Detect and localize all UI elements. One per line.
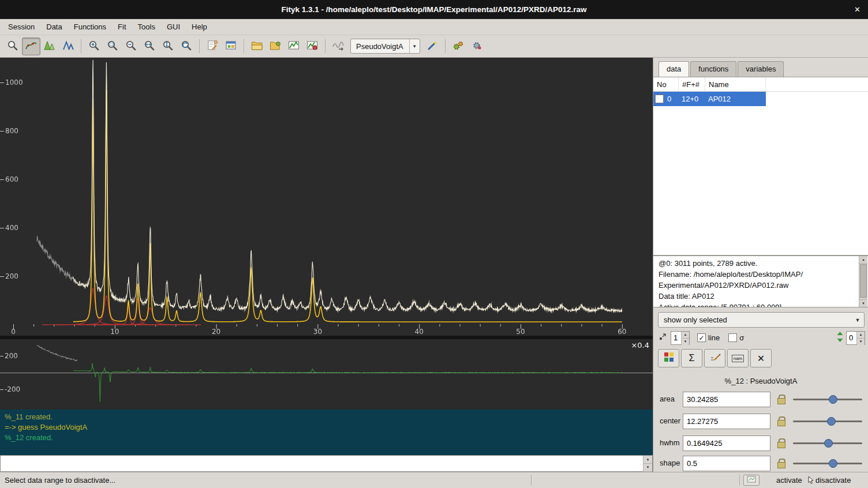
menu-functions[interactable]: Functions	[68, 20, 112, 34]
main-plot-canvas[interactable]	[0, 58, 653, 336]
lock-icon[interactable]	[777, 395, 785, 403]
spin-up-icon[interactable]: ▲	[643, 456, 652, 464]
rename-function-button[interactable]: nam	[727, 349, 749, 367]
param-area-slider[interactable]	[793, 395, 862, 404]
check-icon: ✓	[698, 334, 704, 342]
info-line: Data title: AP012	[659, 291, 856, 302]
edit-script-button[interactable]	[203, 37, 222, 55]
menu-help[interactable]: Help	[186, 20, 213, 34]
toolbar-separator	[244, 39, 244, 53]
tab-functions[interactable]: functions	[690, 61, 736, 77]
param-slider-thumb-1[interactable]	[827, 417, 836, 426]
param-slider-thumb-0[interactable]	[829, 395, 837, 404]
auto-add-peak-button[interactable]	[423, 37, 442, 55]
zoom-horizontal-button[interactable]	[140, 37, 159, 55]
script-page-icon	[206, 39, 219, 54]
spinner-arrows[interactable]: ▲▼	[681, 332, 689, 344]
add-peak-mode-button[interactable]	[40, 37, 59, 55]
filter-dropdown[interactable]: show only selected ▼	[658, 312, 865, 328]
zoom-rect-button[interactable]	[103, 37, 122, 55]
param-center-slider[interactable]	[793, 416, 862, 426]
sigma-checkbox-label: σ	[739, 333, 744, 342]
spin-up-icon[interactable]: ▲	[857, 332, 865, 339]
fit-undo-button[interactable]	[467, 37, 486, 55]
menu-tools[interactable]: Tools	[132, 20, 161, 34]
column-header-name[interactable]: Name	[705, 77, 766, 91]
gui-config-button[interactable]	[222, 37, 240, 55]
tab-variables[interactable]: variables	[738, 61, 784, 77]
column-header-fcount[interactable]: #F+#	[679, 77, 705, 91]
menu-fit[interactable]: Fit	[112, 20, 132, 34]
export-image-button[interactable]	[303, 37, 321, 55]
point-size-value[interactable]	[671, 332, 681, 344]
execute-script-button[interactable]	[266, 37, 285, 55]
command-history-spinner[interactable]: ▲ ▼	[643, 456, 652, 471]
param-slider-thumb-2[interactable]	[824, 439, 833, 448]
shift-spinner[interactable]: ▲▼	[846, 331, 865, 345]
column-header-no[interactable]: No	[653, 77, 679, 91]
menu-data[interactable]: Data	[40, 20, 68, 34]
line-checkbox[interactable]: ✓	[697, 333, 706, 342]
color-grid-icon	[664, 352, 674, 365]
lock-icon[interactable]	[777, 416, 785, 425]
delete-function-button[interactable]: ✕	[750, 349, 772, 367]
dataset-checkbox[interactable]	[655, 95, 664, 103]
scroll-down-icon[interactable]: ▼	[859, 299, 867, 307]
param-hwhm-input[interactable]	[683, 436, 770, 451]
sum-button[interactable]: Σ	[681, 349, 702, 367]
sigma-checkbox[interactable]	[728, 333, 737, 342]
lock-icon[interactable]	[777, 438, 785, 447]
chart-frame-icon	[287, 39, 300, 54]
param-shape-input[interactable]	[683, 456, 770, 471]
zoom-rect-icon	[106, 39, 119, 54]
save-session-button[interactable]	[285, 37, 303, 55]
function-type-dropdown[interactable]: PseudoVoigtA ▼	[350, 39, 420, 54]
status-plot-button[interactable]	[743, 475, 760, 486]
info-scrollbar[interactable]: ▲ ▼	[859, 256, 867, 307]
menu-session[interactable]: Session	[2, 20, 40, 34]
zoom-horizontal-icon	[143, 39, 156, 54]
open-session-button[interactable]	[248, 37, 266, 55]
command-input[interactable]	[1, 456, 640, 471]
param-area-input[interactable]	[683, 392, 770, 407]
close-window-button[interactable]: ✕	[854, 0, 860, 19]
scroll-up-icon[interactable]: ▲	[859, 256, 867, 264]
menu-gui[interactable]: GUI	[161, 20, 186, 34]
magnifier-icon	[6, 39, 19, 54]
peak-draw-mode-button[interactable]	[59, 37, 77, 55]
zoom-in-button[interactable]	[85, 37, 103, 55]
zoom-mode-button[interactable]	[3, 37, 22, 55]
tab-data[interactable]: data	[659, 61, 689, 77]
dataset-list[interactable]: No #F+# Name 0 12+0 AP012	[653, 77, 868, 256]
spin-down-icon[interactable]: ▼	[857, 339, 865, 345]
previous-zoom-button[interactable]	[177, 37, 196, 55]
zoom-vertical-button[interactable]	[159, 37, 177, 55]
console-line-2: %_12 created.	[5, 433, 653, 443]
zoom-out-button[interactable]	[122, 37, 140, 55]
spin-down-icon[interactable]: ▼	[643, 464, 652, 472]
dataset-colors-button[interactable]	[658, 349, 679, 367]
output-console[interactable]: %_11 created. =-> guess PseudoVoigtA %_1…	[0, 410, 653, 455]
aux-plot-canvas[interactable]	[0, 339, 653, 410]
scroll-thumb[interactable]	[860, 264, 867, 298]
disactivate-option[interactable]: disactivate	[815, 472, 851, 488]
param-slider-thumb-3[interactable]	[829, 459, 837, 468]
spinner-arrows[interactable]: ▲▼	[856, 332, 865, 344]
activate-option[interactable]: activate	[776, 472, 802, 488]
data-range-mode-button[interactable]	[22, 37, 40, 55]
param-shape-slider[interactable]	[793, 459, 862, 468]
status-bar: Select data range to disactivate... acti…	[0, 472, 868, 488]
edit-function-button[interactable]	[704, 349, 725, 367]
spin-up-icon[interactable]: ▲	[682, 332, 689, 339]
updown-arrows-icon	[836, 331, 844, 344]
param-center-input[interactable]	[683, 414, 770, 429]
fit-run-button[interactable]	[449, 37, 467, 55]
point-size-spinner[interactable]: ▲▼	[671, 331, 690, 345]
title-bar[interactable]: Fityk 1.3.1 - /home/aleplo/test/Desktop/…	[0, 0, 868, 19]
data-transform-button[interactable]	[329, 37, 347, 55]
param-hwhm-slider[interactable]	[793, 438, 862, 448]
dataset-row[interactable]: 0 12+0 AP012	[653, 92, 766, 106]
lock-icon[interactable]	[777, 459, 785, 467]
spin-down-icon[interactable]: ▼	[682, 339, 689, 345]
shift-value[interactable]	[847, 332, 856, 344]
